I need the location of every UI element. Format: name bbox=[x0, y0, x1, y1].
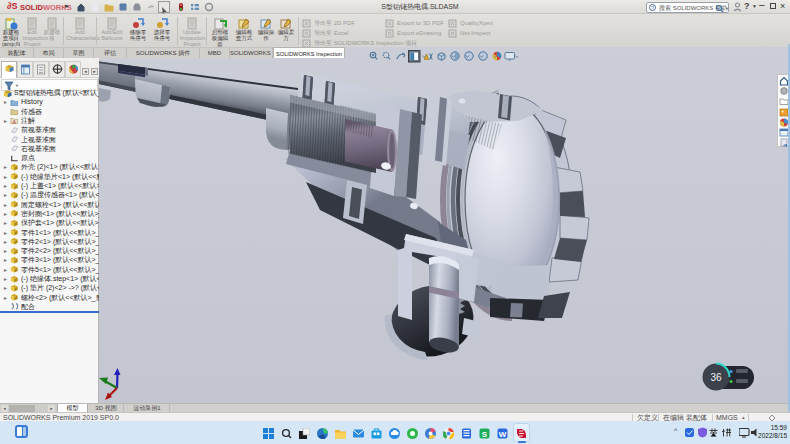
svg-text:36: 36 bbox=[710, 372, 722, 383]
svg-text:S: S bbox=[482, 430, 488, 439]
svg-text:W: W bbox=[499, 430, 507, 439]
svg-text:A: A bbox=[13, 119, 17, 125]
